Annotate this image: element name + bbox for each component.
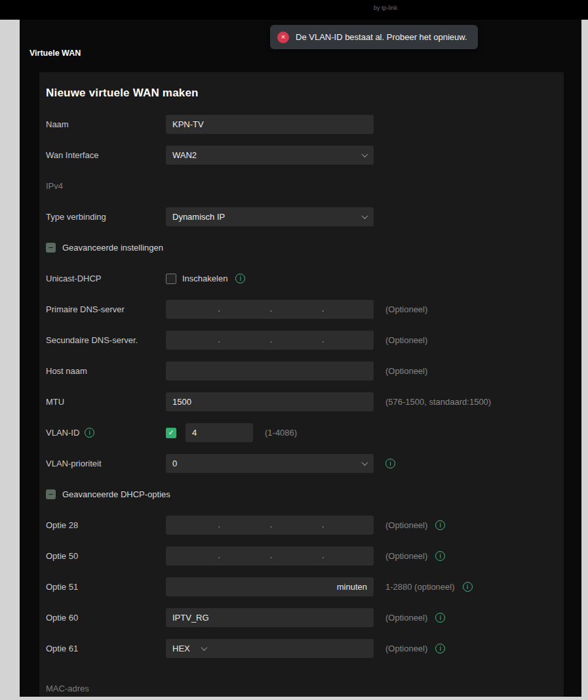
- info-icon[interactable]: i: [435, 551, 445, 561]
- optie-51-hint: 1-2880 (optioneel): [385, 582, 455, 592]
- primaire-dns-input[interactable]: . . .: [166, 300, 374, 319]
- vlan-prioriteit-select[interactable]: 0: [166, 454, 374, 473]
- vlan-id-label-text: VLAN-ID: [46, 428, 79, 438]
- optie-60-hint: (Optioneel): [385, 613, 427, 623]
- form-rows: Naam KPN-TV Wan Interface WAN2 IPv4 Type…: [39, 109, 564, 697]
- chevron-down-icon: [201, 644, 207, 651]
- ip-separator: .: [322, 547, 324, 563]
- optie-61-input[interactable]: HEX: [166, 639, 374, 658]
- advanced-dhcp-toggle[interactable]: − Geavanceerde DHCP-opties: [39, 479, 564, 510]
- chevron-down-icon: [362, 213, 368, 219]
- info-icon[interactable]: i: [435, 613, 445, 623]
- optie-50-input[interactable]: . . .: [166, 546, 374, 566]
- ip-separator: .: [322, 331, 324, 347]
- row-vlan-id: VLAN-ID i ✓ 4 (1-4086): [39, 417, 564, 448]
- wan-interface-select[interactable]: WAN2: [166, 146, 374, 165]
- naam-label: Naam: [39, 119, 166, 129]
- ip-separator: .: [270, 331, 273, 347]
- form-title: Nieuwe virtuele WAN maken: [46, 87, 564, 100]
- minus-glyph: −: [49, 243, 54, 252]
- info-icon[interactable]: i: [435, 520, 445, 530]
- optie-61-type-select-value: HEX: [172, 644, 190, 653]
- type-verbinding-select[interactable]: Dynamisch IP: [166, 207, 374, 226]
- optie-28-hint: (Optioneel): [385, 520, 427, 530]
- minus-glyph: −: [49, 490, 54, 499]
- check-icon: ✓: [168, 428, 174, 437]
- optie-60-input-value: IPTV_RG: [172, 613, 209, 623]
- ip-separator: .: [218, 547, 220, 563]
- error-toast: × De VLAN-ID bestaat al. Probeer het opn…: [270, 25, 478, 49]
- ip-separator: .: [322, 516, 324, 532]
- row-optie-61: Optie 61 HEX (Optioneel) i: [39, 633, 564, 664]
- row-unicast-dhcp: Unicast-DHCP Inschakelen i: [39, 263, 564, 294]
- optie-50-hint: (Optioneel): [385, 551, 427, 561]
- secundaire-dns-label: Secundaire DNS-server.: [39, 335, 166, 345]
- vlan-prioriteit-label: VLAN-prioriteit: [39, 459, 166, 468]
- info-icon[interactable]: i: [463, 582, 473, 592]
- unicast-dhcp-checkbox[interactable]: [166, 274, 176, 284]
- vlan-id-input[interactable]: 4: [186, 423, 253, 442]
- optie-60-label: Optie 60: [39, 613, 166, 623]
- collapse-minus-icon: −: [46, 243, 56, 253]
- mtu-input-value: 1500: [172, 397, 191, 407]
- wan-interface-label: Wan Interface: [39, 150, 166, 160]
- optie-51-unit-suffix: minuten: [337, 582, 367, 592]
- primaire-dns-hint: (Optioneel): [385, 304, 427, 314]
- host-naam-hint: (Optioneel): [385, 366, 427, 376]
- error-icon: ×: [277, 31, 289, 43]
- wan-interface-select-value: WAN2: [172, 150, 197, 160]
- ip-separator: .: [218, 516, 220, 532]
- optie-28-input[interactable]: . . .: [166, 516, 374, 535]
- brand-text: by tp-link: [374, 5, 397, 11]
- ip-separator: .: [270, 300, 273, 316]
- host-naam-label: Host naam: [39, 366, 166, 376]
- naam-input[interactable]: KPN-TV: [166, 115, 374, 134]
- optie-60-input[interactable]: IPTV_RG: [166, 608, 374, 627]
- optie-61-type-select[interactable]: HEX: [172, 644, 206, 653]
- form-card: Nieuwe virtuele WAN maken Naam KPN-TV Wa…: [39, 72, 564, 697]
- advanced-dhcp-label: Geavanceerde DHCP-opties: [62, 489, 170, 499]
- ip-separator: .: [270, 516, 273, 532]
- content-panel: Virtuele WAN Nieuwe virtuele WAN maken N…: [20, 20, 581, 697]
- vlan-id-checkbox[interactable]: ✓: [166, 428, 176, 438]
- optie-50-label: Optie 50: [39, 551, 166, 561]
- row-optie-50: Optie 50 . . . (Optioneel) i: [39, 541, 564, 571]
- info-icon[interactable]: i: [435, 644, 445, 653]
- primaire-dns-label: Primaire DNS-server: [39, 304, 166, 314]
- unicast-dhcp-checkbox-label: Inschakelen: [182, 274, 227, 283]
- toast-message: De VLAN-ID bestaat al. Probeer het opnie…: [296, 32, 467, 42]
- naam-input-value: KPN-TV: [172, 119, 204, 129]
- row-optie-28: Optie 28 . . . (Optioneel) i: [39, 510, 564, 541]
- vlan-prioriteit-select-value: 0: [172, 459, 177, 468]
- close-icon: ×: [281, 33, 285, 41]
- vlan-id-hint: (1-4086): [265, 428, 297, 438]
- host-naam-input[interactable]: [166, 361, 374, 381]
- ip-separator: .: [218, 300, 220, 316]
- mac-section-label: MAC-adres: [39, 684, 89, 693]
- optie-28-label: Optie 28: [39, 520, 166, 530]
- secundaire-dns-input[interactable]: . . .: [166, 331, 374, 350]
- row-section-ipv4: IPv4: [39, 171, 564, 201]
- info-icon[interactable]: i: [235, 274, 245, 283]
- collapse-minus-icon: −: [46, 489, 56, 499]
- row-primaire-dns: Primaire DNS-server . . . (Optioneel): [39, 294, 564, 325]
- mtu-label: MTU: [39, 397, 166, 407]
- chevron-down-icon: [362, 151, 368, 157]
- optie-51-input[interactable]: minuten: [166, 577, 374, 596]
- mtu-hint: (576-1500, standaard:1500): [385, 397, 491, 407]
- advanced-settings-toggle[interactable]: − Geavanceerde instellingen: [39, 232, 564, 263]
- optie-61-hint: (Optioneel): [385, 644, 427, 653]
- mtu-input[interactable]: 1500: [166, 392, 374, 411]
- ip-separator: .: [218, 331, 220, 347]
- top-bar: by tp-link: [0, 0, 588, 20]
- ip-separator: .: [322, 300, 324, 316]
- optie-61-label: Optie 61: [39, 644, 166, 653]
- type-verbinding-select-value: Dynamisch IP: [172, 212, 225, 222]
- row-optie-51: Optie 51 minuten 1-2880 (optioneel) i: [39, 571, 564, 602]
- info-icon[interactable]: i: [385, 459, 395, 468]
- unicast-dhcp-label: Unicast-DHCP: [39, 274, 166, 283]
- info-icon[interactable]: i: [85, 428, 94, 438]
- chevron-down-icon: [362, 459, 368, 466]
- row-host-naam: Host naam (Optioneel): [39, 356, 564, 386]
- row-type-verbinding: Type verbinding Dynamisch IP: [39, 201, 564, 232]
